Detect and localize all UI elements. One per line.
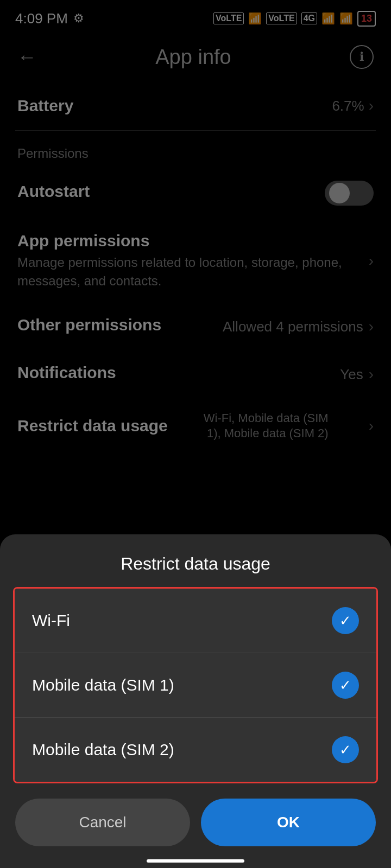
ok-button[interactable]: OK bbox=[201, 799, 376, 846]
option-sim2-row[interactable]: Mobile data (SIM 2) ✓ bbox=[15, 717, 376, 782]
options-box: Wi-Fi ✓ Mobile data (SIM 1) ✓ Mobile dat… bbox=[13, 587, 378, 783]
option-wifi-row[interactable]: Wi-Fi ✓ bbox=[15, 589, 376, 653]
option-sim2-label: Mobile data (SIM 2) bbox=[32, 741, 174, 759]
sheet-buttons: Cancel OK bbox=[0, 788, 391, 852]
option-wifi-check: ✓ bbox=[332, 607, 359, 634]
option-sim2-check: ✓ bbox=[332, 736, 359, 763]
home-indicator bbox=[147, 859, 244, 863]
option-sim1-row[interactable]: Mobile data (SIM 1) ✓ bbox=[15, 653, 376, 717]
sheet-title: Restrict data usage bbox=[0, 534, 391, 587]
cancel-button[interactable]: Cancel bbox=[15, 799, 190, 846]
checkmark-icon-3: ✓ bbox=[339, 742, 351, 758]
option-sim1-label: Mobile data (SIM 1) bbox=[32, 676, 174, 694]
bottom-sheet: Restrict data usage Wi-Fi ✓ Mobile data … bbox=[0, 534, 391, 868]
option-sim1-check: ✓ bbox=[332, 672, 359, 699]
checkmark-icon: ✓ bbox=[339, 612, 351, 629]
option-wifi-label: Wi-Fi bbox=[32, 611, 70, 630]
checkmark-icon-2: ✓ bbox=[339, 677, 351, 694]
